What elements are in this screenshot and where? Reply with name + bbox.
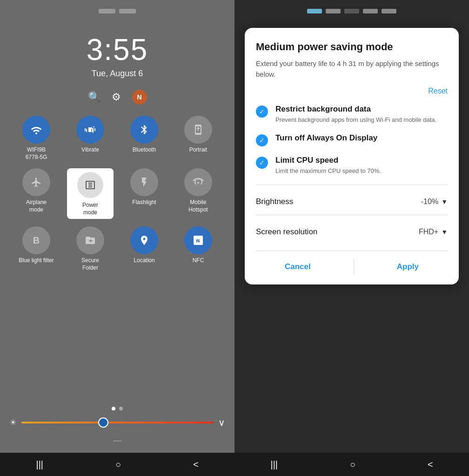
- brightness-setting-label: Brightness: [256, 197, 293, 206]
- bluetooth-label: Bluetooth: [133, 146, 156, 154]
- status-pill-2: [119, 9, 136, 13]
- airplane-label: Airplanemode: [26, 199, 47, 213]
- tile-portrait[interactable]: Portrait: [175, 116, 221, 161]
- brightness-icon: ☀: [9, 417, 17, 428]
- search-icon[interactable]: 🔍: [88, 91, 100, 103]
- securefolder-label: SecureFolder: [81, 257, 99, 271]
- option-title-always-on: Turn off Always On Display: [275, 133, 377, 143]
- left-status-bar: [0, 0, 234, 19]
- bluelight-icon: B: [22, 226, 50, 254]
- option-always-on: ✓ Turn off Always On Display: [256, 133, 448, 146]
- right-bottom-spacer: [234, 294, 469, 453]
- wifi-icon: [22, 116, 50, 144]
- dialog-title: Medium power saving mode: [256, 41, 448, 53]
- tile-flashlight[interactable]: Flashlight: [121, 168, 168, 219]
- tile-location[interactable]: Location: [121, 226, 168, 271]
- chevron-down-icon[interactable]: ∨: [218, 417, 225, 428]
- nfc-icon: [184, 226, 212, 254]
- option-limit-cpu: ✓ Limit CPU speed Limit the maximum CPU …: [256, 156, 448, 175]
- time-display: 3:55 Tue, August 6: [87, 33, 148, 79]
- option-content-always-on: Turn off Always On Display: [275, 133, 377, 145]
- quick-tiles-row2: Airplanemode Powermode Flashlight: [4, 168, 231, 219]
- cancel-button[interactable]: Cancel: [270, 258, 326, 275]
- home-button[interactable]: ○: [115, 459, 121, 470]
- back-button[interactable]: <: [193, 459, 199, 470]
- nfc-label: NFC: [193, 257, 204, 264]
- check-icon-2: ✓: [259, 137, 265, 144]
- power-saving-dialog: Medium power saving mode Extend your bat…: [245, 28, 459, 284]
- option-content-limit-cpu: Limit CPU speed Limit the maximum CPU sp…: [275, 156, 381, 175]
- brightness-slider[interactable]: [21, 422, 214, 423]
- option-content-restrict-bg: Restrict background data Prevent backgro…: [275, 105, 436, 124]
- nav-bar-right: ||| ○ <: [234, 453, 469, 476]
- power-mode-label: Powermode: [82, 202, 98, 216]
- check-icon-3: ✓: [259, 159, 265, 166]
- bluelight-label: Blue light filter: [19, 257, 54, 264]
- right-home-button[interactable]: ○: [350, 459, 355, 470]
- right-back-button[interactable]: <: [428, 459, 433, 470]
- action-divider: [354, 258, 354, 275]
- settings-icon[interactable]: ⚙: [112, 91, 121, 103]
- checkbox-restrict-bg[interactable]: ✓: [256, 106, 268, 118]
- vibrate-icon: [76, 116, 104, 144]
- reset-button[interactable]: Reset: [256, 87, 448, 95]
- divider-2: [256, 215, 448, 215]
- quick-tiles-row1: WIFI9B6778-5G Vibrate Bluetooth: [4, 116, 231, 161]
- securefolder-icon: [76, 226, 104, 254]
- option-restrict-bg: ✓ Restrict background data Prevent backg…: [256, 105, 448, 124]
- apply-button[interactable]: Apply: [382, 258, 434, 275]
- status-pill-r4: [363, 9, 378, 13]
- status-pill-1: [99, 9, 115, 13]
- brightness-value[interactable]: -10% ▼: [421, 198, 448, 206]
- tile-securefolder[interactable]: SecureFolder: [67, 226, 114, 271]
- screen-res-label: Screen resolution: [256, 227, 317, 237]
- option-subtitle-restrict-bg: Prevent background apps from using Wi-Fi…: [275, 116, 436, 124]
- right-status-bar: [234, 0, 469, 19]
- tile-vibrate[interactable]: Vibrate: [67, 116, 114, 161]
- checkbox-always-on[interactable]: ✓: [256, 134, 268, 146]
- hotspot-icon: [184, 168, 212, 196]
- right-panel: Medium power saving mode Extend your bat…: [234, 0, 469, 476]
- notification-icon[interactable]: N: [132, 90, 147, 105]
- airplane-icon: [22, 168, 50, 196]
- tile-wifi[interactable]: WIFI9B6778-5G: [13, 116, 60, 161]
- tile-nfc[interactable]: NFC: [175, 226, 221, 271]
- checkbox-limit-cpu[interactable]: ✓: [256, 157, 268, 169]
- brightness-setting: Brightness -10% ▼: [256, 192, 448, 211]
- clock-date: Tue, August 6: [87, 69, 148, 79]
- brightness-value-text: -10%: [421, 198, 438, 206]
- divider-1: [256, 185, 448, 185]
- brightness-dropdown-arrow: ▼: [441, 198, 448, 205]
- option-title-restrict-bg: Restrict background data: [275, 105, 436, 114]
- right-recents-button[interactable]: |||: [270, 459, 278, 470]
- top-icons-row: 🔍 ⚙ N: [88, 90, 147, 105]
- notif-label: N: [137, 93, 141, 101]
- status-pill-r3: [344, 9, 359, 13]
- flashlight-icon: [130, 168, 158, 196]
- tile-bluetooth[interactable]: Bluetooth: [121, 116, 168, 161]
- status-pill-r5: [382, 9, 396, 13]
- tile-power-mode[interactable]: Powermode: [67, 168, 114, 219]
- tile-airplane[interactable]: Airplanemode: [13, 168, 60, 219]
- swipe-indicator: —: [9, 436, 225, 445]
- recents-button[interactable]: |||: [36, 459, 43, 470]
- tile-bluelight[interactable]: B Blue light filter: [13, 226, 60, 271]
- tile-hotspot[interactable]: MobileHotspot: [175, 168, 221, 219]
- location-icon: [130, 226, 158, 254]
- dialog-subtitle: Extend your battery life to 4 h 31 m by …: [256, 59, 448, 79]
- brightness-row: ☀ ∨: [9, 417, 225, 428]
- portrait-label: Portrait: [189, 146, 208, 154]
- screen-res-value-text: FHD+: [419, 228, 438, 236]
- status-pill-r2: [326, 9, 341, 13]
- dialog-actions: Cancel Apply: [256, 251, 448, 275]
- brightness-thumb: [98, 417, 108, 428]
- screen-res-setting: Screen resolution FHD+ ▼: [256, 223, 448, 241]
- dot-2: [119, 407, 123, 410]
- power-mode-icon: [76, 171, 104, 199]
- screen-res-dropdown-arrow: ▼: [441, 228, 448, 236]
- status-pill-r1: [307, 9, 322, 13]
- screen-res-value[interactable]: FHD+ ▼: [419, 228, 448, 236]
- quick-tiles-row3: B Blue light filter SecureFolder Locatio…: [4, 226, 231, 271]
- pagination-dots: [9, 407, 225, 410]
- portrait-icon: [184, 116, 212, 144]
